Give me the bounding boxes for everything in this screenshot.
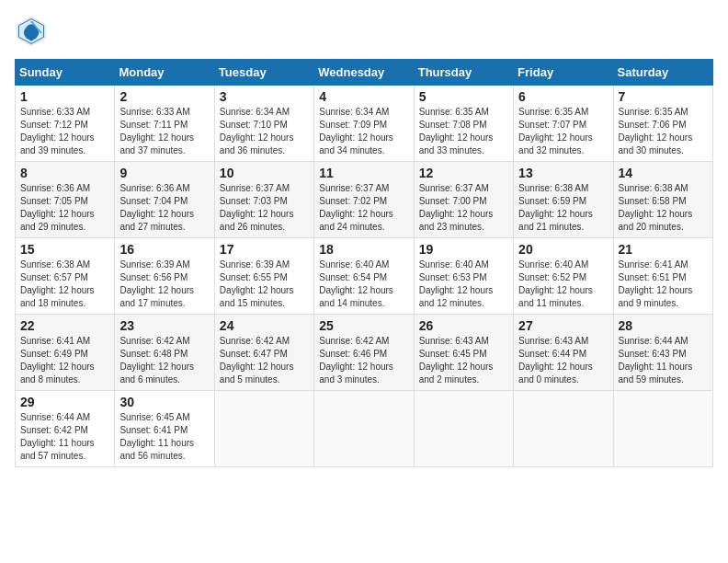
- day-number: 8: [20, 166, 109, 180]
- day-number: 16: [119, 242, 209, 257]
- calendar-week-2: 8 Sunrise: 6:36 AM Sunset: 7:05 PM Dayli…: [16, 162, 713, 238]
- day-info: Sunrise: 6:36 AM Sunset: 7:04 PM Dayligh…: [119, 182, 209, 234]
- calendar-cell: 18 Sunrise: 6:40 AM Sunset: 6:54 PM Dayl…: [314, 238, 414, 315]
- calendar-cell: 13 Sunrise: 6:38 AM Sunset: 6:59 PM Dayl…: [514, 162, 613, 238]
- col-friday: Friday: [514, 60, 613, 86]
- day-number: 28: [619, 318, 708, 333]
- day-info: Sunrise: 6:42 AM Sunset: 6:46 PM Dayligh…: [319, 335, 408, 386]
- logo: [15, 15, 51, 48]
- day-info: Sunrise: 6:44 AM Sunset: 6:42 PM Dayligh…: [20, 411, 109, 463]
- calendar-week-1: 1 Sunrise: 6:33 AM Sunset: 7:12 PM Dayli…: [16, 86, 713, 162]
- calendar-cell: 30 Sunrise: 6:45 AM Sunset: 6:41 PM Dayl…: [115, 391, 214, 467]
- day-number: 10: [220, 166, 309, 180]
- day-info: Sunrise: 6:35 AM Sunset: 7:06 PM Dayligh…: [619, 106, 708, 157]
- calendar-cell: 17 Sunrise: 6:39 AM Sunset: 6:55 PM Dayl…: [214, 238, 313, 315]
- calendar-cell: 15 Sunrise: 6:38 AM Sunset: 6:57 PM Dayl…: [16, 238, 115, 315]
- day-info: Sunrise: 6:33 AM Sunset: 7:11 PM Dayligh…: [119, 106, 209, 157]
- day-number: 17: [220, 242, 309, 257]
- day-info: Sunrise: 6:39 AM Sunset: 6:56 PM Dayligh…: [119, 259, 209, 310]
- calendar-cell: 27 Sunrise: 6:43 AM Sunset: 6:44 PM Dayl…: [514, 315, 613, 391]
- day-info: Sunrise: 6:43 AM Sunset: 6:44 PM Dayligh…: [518, 335, 608, 386]
- col-thursday: Thursday: [414, 60, 513, 86]
- day-number: 22: [20, 318, 109, 333]
- calendar-cell: 22 Sunrise: 6:41 AM Sunset: 6:49 PM Dayl…: [16, 315, 115, 391]
- col-monday: Monday: [115, 60, 214, 86]
- calendar-cell: [414, 391, 513, 467]
- calendar-table: Sunday Monday Tuesday Wednesday Thursday…: [15, 59, 713, 467]
- day-info: Sunrise: 6:33 AM Sunset: 7:12 PM Dayligh…: [20, 106, 109, 157]
- day-number: 7: [619, 89, 708, 104]
- calendar-cell: 12 Sunrise: 6:37 AM Sunset: 7:00 PM Dayl…: [414, 162, 513, 238]
- calendar-cell: 20 Sunrise: 6:40 AM Sunset: 6:52 PM Dayl…: [514, 238, 613, 315]
- day-number: 9: [119, 166, 209, 180]
- calendar-week-5: 29 Sunrise: 6:44 AM Sunset: 6:42 PM Dayl…: [16, 391, 713, 467]
- day-number: 21: [619, 242, 708, 257]
- day-info: Sunrise: 6:35 AM Sunset: 7:08 PM Dayligh…: [419, 106, 508, 157]
- day-number: 13: [518, 166, 608, 180]
- day-number: 15: [20, 242, 109, 257]
- page-header: [15, 15, 713, 48]
- day-number: 23: [119, 318, 209, 333]
- day-number: 27: [518, 318, 608, 333]
- calendar-cell: 25 Sunrise: 6:42 AM Sunset: 6:46 PM Dayl…: [314, 315, 414, 391]
- calendar-cell: 28 Sunrise: 6:44 AM Sunset: 6:43 PM Dayl…: [613, 315, 712, 391]
- calendar-cell: 29 Sunrise: 6:44 AM Sunset: 6:42 PM Dayl…: [16, 391, 115, 467]
- logo-icon: [15, 15, 48, 48]
- day-number: 30: [119, 395, 209, 409]
- calendar-cell: 6 Sunrise: 6:35 AM Sunset: 7:07 PM Dayli…: [514, 86, 613, 162]
- day-number: 18: [319, 242, 408, 257]
- day-info: Sunrise: 6:40 AM Sunset: 6:53 PM Dayligh…: [419, 259, 508, 310]
- day-number: 19: [419, 242, 508, 257]
- calendar-cell: 16 Sunrise: 6:39 AM Sunset: 6:56 PM Dayl…: [115, 238, 214, 315]
- calendar-cell: 4 Sunrise: 6:34 AM Sunset: 7:09 PM Dayli…: [314, 86, 414, 162]
- calendar-cell: 9 Sunrise: 6:36 AM Sunset: 7:04 PM Dayli…: [115, 162, 214, 238]
- calendar-cell: [214, 391, 313, 467]
- calendar-cell: 7 Sunrise: 6:35 AM Sunset: 7:06 PM Dayli…: [613, 86, 712, 162]
- day-info: Sunrise: 6:37 AM Sunset: 7:00 PM Dayligh…: [419, 182, 508, 234]
- day-info: Sunrise: 6:39 AM Sunset: 6:55 PM Dayligh…: [220, 259, 309, 310]
- day-info: Sunrise: 6:40 AM Sunset: 6:54 PM Dayligh…: [319, 259, 408, 310]
- calendar-cell: 1 Sunrise: 6:33 AM Sunset: 7:12 PM Dayli…: [16, 86, 115, 162]
- day-info: Sunrise: 6:36 AM Sunset: 7:05 PM Dayligh…: [20, 182, 109, 234]
- header-row: Sunday Monday Tuesday Wednesday Thursday…: [16, 60, 713, 86]
- calendar-cell: 24 Sunrise: 6:42 AM Sunset: 6:47 PM Dayl…: [214, 315, 313, 391]
- day-info: Sunrise: 6:37 AM Sunset: 7:03 PM Dayligh…: [220, 182, 309, 234]
- day-number: 3: [220, 89, 309, 104]
- day-info: Sunrise: 6:37 AM Sunset: 7:02 PM Dayligh…: [319, 182, 408, 234]
- calendar-cell: 21 Sunrise: 6:41 AM Sunset: 6:51 PM Dayl…: [613, 238, 712, 315]
- calendar-cell: [314, 391, 414, 467]
- day-number: 12: [419, 166, 508, 180]
- day-info: Sunrise: 6:41 AM Sunset: 6:49 PM Dayligh…: [20, 335, 109, 386]
- calendar-cell: 10 Sunrise: 6:37 AM Sunset: 7:03 PM Dayl…: [214, 162, 313, 238]
- day-number: 29: [20, 395, 109, 409]
- calendar-cell: 14 Sunrise: 6:38 AM Sunset: 6:58 PM Dayl…: [613, 162, 712, 238]
- calendar-week-3: 15 Sunrise: 6:38 AM Sunset: 6:57 PM Dayl…: [16, 238, 713, 315]
- day-info: Sunrise: 6:38 AM Sunset: 6:57 PM Dayligh…: [20, 259, 109, 310]
- day-info: Sunrise: 6:38 AM Sunset: 6:59 PM Dayligh…: [518, 182, 608, 234]
- calendar-cell: 19 Sunrise: 6:40 AM Sunset: 6:53 PM Dayl…: [414, 238, 513, 315]
- day-info: Sunrise: 6:42 AM Sunset: 6:48 PM Dayligh…: [119, 335, 209, 386]
- calendar-cell: [514, 391, 613, 467]
- calendar-cell: 2 Sunrise: 6:33 AM Sunset: 7:11 PM Dayli…: [115, 86, 214, 162]
- day-number: 14: [619, 166, 708, 180]
- calendar-week-4: 22 Sunrise: 6:41 AM Sunset: 6:49 PM Dayl…: [16, 315, 713, 391]
- calendar-cell: 11 Sunrise: 6:37 AM Sunset: 7:02 PM Dayl…: [314, 162, 414, 238]
- day-number: 1: [20, 89, 109, 104]
- col-tuesday: Tuesday: [214, 60, 313, 86]
- calendar-cell: 3 Sunrise: 6:34 AM Sunset: 7:10 PM Dayli…: [214, 86, 313, 162]
- day-info: Sunrise: 6:34 AM Sunset: 7:09 PM Dayligh…: [319, 106, 408, 157]
- col-sunday: Sunday: [16, 60, 115, 86]
- day-info: Sunrise: 6:44 AM Sunset: 6:43 PM Dayligh…: [619, 335, 708, 386]
- day-number: 25: [319, 318, 408, 333]
- day-info: Sunrise: 6:38 AM Sunset: 6:58 PM Dayligh…: [619, 182, 708, 234]
- day-number: 5: [419, 89, 508, 104]
- day-number: 2: [119, 89, 209, 104]
- day-number: 20: [518, 242, 608, 257]
- calendar-cell: [613, 391, 712, 467]
- day-info: Sunrise: 6:45 AM Sunset: 6:41 PM Dayligh…: [119, 411, 209, 463]
- calendar-cell: 26 Sunrise: 6:43 AM Sunset: 6:45 PM Dayl…: [414, 315, 513, 391]
- day-number: 11: [319, 166, 408, 180]
- day-info: Sunrise: 6:43 AM Sunset: 6:45 PM Dayligh…: [419, 335, 508, 386]
- day-number: 6: [518, 89, 608, 104]
- day-number: 4: [319, 89, 408, 104]
